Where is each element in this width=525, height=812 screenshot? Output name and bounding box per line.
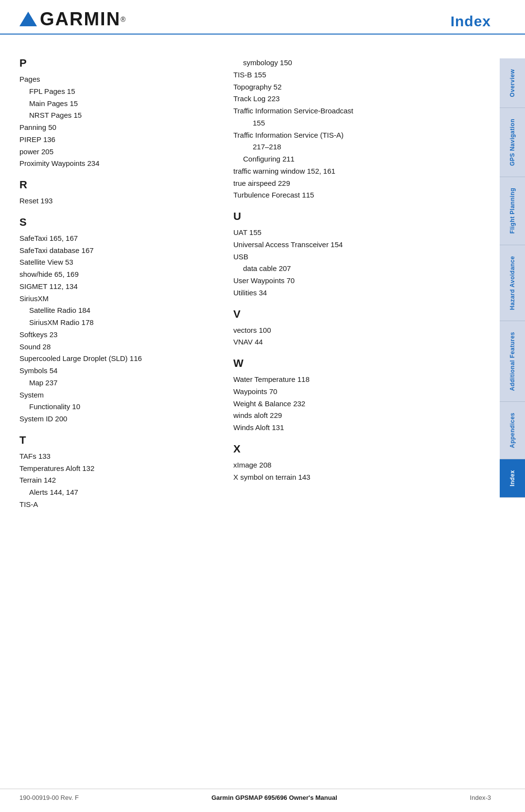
sidebar-tab-flight-planning-label: Flight Planning bbox=[509, 188, 516, 234]
list-item: Configuring 211 bbox=[233, 153, 491, 165]
sidebar-tab-index-label: Index bbox=[509, 470, 516, 487]
sidebar-tab-index[interactable]: Index bbox=[500, 459, 525, 498]
list-item: X symbol on terrain 143 bbox=[233, 471, 491, 484]
right-column: symbology 150 TIS-B 155 Topography 52 Tr… bbox=[228, 48, 491, 511]
list-item: Track Log 223 bbox=[233, 93, 491, 105]
list-item: USB bbox=[233, 251, 491, 263]
sidebar-tab-gps-navigation[interactable]: GPS Navigation bbox=[500, 108, 525, 177]
list-item: User Waypoints 70 bbox=[233, 275, 491, 287]
list-item: Functionality 10 bbox=[19, 401, 214, 413]
list-item: xImage 208 bbox=[233, 459, 491, 471]
section-letter-s: S bbox=[19, 216, 214, 229]
list-item: vectors 100 bbox=[233, 325, 491, 337]
list-item: Softkeys 23 bbox=[19, 329, 214, 341]
list-item: data cable 207 bbox=[233, 263, 491, 275]
main-content: P Pages FPL Pages 15 Main Pages 15 NRST … bbox=[0, 35, 525, 530]
list-item: Main Pages 15 bbox=[19, 98, 214, 110]
section-letter-v: V bbox=[233, 308, 491, 321]
list-item: Alerts 144, 147 bbox=[19, 487, 214, 499]
section-letter-t: T bbox=[19, 434, 214, 447]
list-item: System bbox=[19, 389, 214, 401]
footer: 190-00919-00 Rev. F Garmin GPSMAP 695/69… bbox=[0, 789, 525, 801]
list-item: Traffic Information Service (TIS-A) bbox=[233, 129, 491, 142]
list-item: true airspeed 229 bbox=[233, 178, 491, 190]
sidebar-tab-hazard-avoidance-label: Hazard Avoidance bbox=[509, 256, 516, 310]
section-letter-r: R bbox=[19, 179, 214, 191]
list-item: TIS-B 155 bbox=[233, 69, 491, 81]
list-item: SiriusXM Radio 178 bbox=[19, 317, 214, 329]
list-item: TIS-A bbox=[19, 499, 214, 511]
sidebar-tab-appendices[interactable]: Appendices bbox=[500, 402, 525, 459]
list-item: UAT 155 bbox=[233, 227, 491, 239]
list-item: traffic warning window 152, 161 bbox=[233, 165, 491, 178]
sidebar-tab-additional-features[interactable]: Additional Features bbox=[500, 321, 525, 402]
sidebar-tab-flight-planning[interactable]: Flight Planning bbox=[500, 177, 525, 245]
section-letter-u: U bbox=[233, 210, 491, 223]
section-letter-x: X bbox=[233, 443, 491, 455]
list-item: SIGMET 112, 134 bbox=[19, 281, 214, 293]
section-letter-p: P bbox=[19, 57, 214, 70]
list-item: Satellite Radio 184 bbox=[19, 305, 214, 317]
sidebar-tabs: Overview GPS Navigation Flight Planning … bbox=[500, 58, 525, 498]
list-item: Reset 193 bbox=[19, 195, 214, 207]
list-item: System ID 200 bbox=[19, 413, 214, 425]
list-item: FPL Pages 15 bbox=[19, 86, 214, 98]
list-item: Utilities 34 bbox=[233, 287, 491, 299]
footer-manual-title: Garmin GPSMAP 695/696 Owner's Manual bbox=[211, 794, 337, 801]
list-item: Satellite View 53 bbox=[19, 256, 214, 269]
list-item: Winds Aloft 131 bbox=[233, 422, 491, 434]
footer-part-number: 190-00919-00 Rev. F bbox=[19, 794, 79, 801]
list-item: SafeTaxi database 167 bbox=[19, 245, 214, 257]
list-item: show/hide 65, 169 bbox=[19, 269, 214, 281]
list-item: Weight & Balance 232 bbox=[233, 398, 491, 410]
list-item: Universal Access Transceiver 154 bbox=[233, 239, 491, 251]
logo-text: GARMIN bbox=[40, 9, 121, 30]
list-item: winds aloft 229 bbox=[233, 410, 491, 422]
garmin-triangle-icon bbox=[19, 12, 37, 26]
sidebar-tab-gps-navigation-label: GPS Navigation bbox=[509, 119, 516, 166]
list-item: Panning 50 bbox=[19, 122, 214, 134]
list-item: Waypoints 70 bbox=[233, 386, 491, 398]
footer-page-number: Index-3 bbox=[470, 794, 491, 801]
list-item: Pages bbox=[19, 73, 214, 86]
list-item: Sound 28 bbox=[19, 341, 214, 353]
logo-garmin: GARMIN® bbox=[19, 9, 125, 30]
list-item: SafeTaxi 165, 167 bbox=[19, 233, 214, 245]
left-column: P Pages FPL Pages 15 Main Pages 15 NRST … bbox=[19, 48, 228, 511]
page-wrapper: GARMIN® Index Overview GPS Navigation Fl… bbox=[0, 0, 525, 812]
list-item: symbology 150 bbox=[233, 57, 491, 69]
list-item: Terrain 142 bbox=[19, 474, 214, 487]
list-item: Map 237 bbox=[19, 377, 214, 389]
sidebar-tab-additional-features-label: Additional Features bbox=[509, 332, 516, 391]
list-item: TAFs 133 bbox=[19, 451, 214, 463]
section-letter-w: W bbox=[233, 357, 491, 370]
logo-area: GARMIN® bbox=[19, 9, 125, 30]
list-item: power 205 bbox=[19, 146, 214, 158]
list-item: Proximity Waypoints 234 bbox=[19, 158, 214, 170]
list-item: Turbulence Forecast 115 bbox=[233, 189, 491, 201]
list-item: Supercooled Large Droplet (SLD) 116 bbox=[19, 353, 214, 365]
list-item: Temperatures Aloft 132 bbox=[19, 463, 214, 475]
logo-registered: ® bbox=[121, 16, 125, 23]
sidebar-tab-hazard-avoidance[interactable]: Hazard Avoidance bbox=[500, 245, 525, 321]
list-item: SiriusXM bbox=[19, 293, 214, 305]
list-item: PIREP 136 bbox=[19, 134, 214, 146]
page-title: Index bbox=[451, 13, 491, 30]
list-item: VNAV 44 bbox=[233, 336, 491, 348]
sidebar-tab-overview[interactable]: Overview bbox=[500, 58, 525, 108]
sidebar-tab-appendices-label: Appendices bbox=[509, 413, 516, 448]
list-item: Topography 52 bbox=[233, 81, 491, 93]
list-item: Traffic Information Service-Broadcast bbox=[233, 105, 491, 117]
list-item: Water Temperature 118 bbox=[233, 374, 491, 386]
sidebar-tab-overview-label: Overview bbox=[509, 69, 516, 97]
list-item: Symbols 54 bbox=[19, 365, 214, 377]
header: GARMIN® Index bbox=[0, 0, 525, 35]
list-item: 155 bbox=[233, 117, 491, 129]
list-item: 217–218 bbox=[233, 141, 491, 153]
list-item: NRST Pages 15 bbox=[19, 109, 214, 122]
